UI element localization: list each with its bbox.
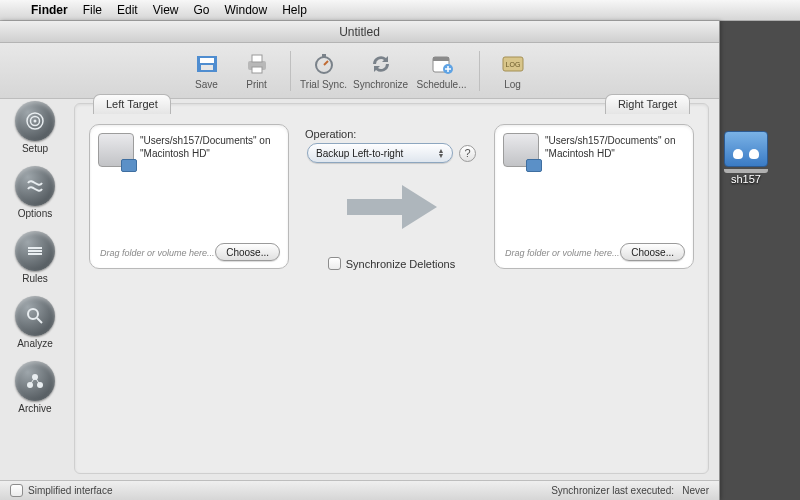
toolbar-schedule-label: Schedule... bbox=[416, 79, 466, 90]
left-target-path: "Users/sh157/Documents" on "Macintosh HD… bbox=[140, 135, 280, 160]
right-target-path: "Users/sh157/Documents" on "Macintosh HD… bbox=[545, 135, 685, 160]
window-title: Untitled bbox=[339, 25, 380, 39]
left-choose-button[interactable]: Choose... bbox=[215, 243, 280, 261]
side-column: Setup Options Rules Analyze bbox=[6, 101, 64, 414]
svg-rect-4 bbox=[322, 54, 326, 57]
side-options-label: Options bbox=[18, 208, 52, 219]
toolbar-synchronize-button[interactable]: Synchronize bbox=[349, 52, 413, 90]
toolbar-log-button[interactable]: LOG Log bbox=[488, 52, 538, 90]
tab-right-target[interactable]: Right Target bbox=[605, 94, 690, 114]
toolbar-schedule-button[interactable]: Schedule... bbox=[413, 52, 471, 90]
left-target-hint: Drag folder or volume here... bbox=[100, 248, 215, 258]
main-panel: Left Target Right Target "Users/sh157/Do… bbox=[74, 103, 709, 474]
app-menu[interactable]: Finder bbox=[31, 3, 68, 17]
toolbar-print-label: Print bbox=[246, 79, 267, 90]
side-analyze-button[interactable]: Analyze bbox=[15, 296, 55, 349]
toolbar-trialsync-button[interactable]: Trial Sync. bbox=[299, 52, 349, 90]
side-archive-button[interactable]: Archive bbox=[15, 361, 55, 414]
side-rules-label: Rules bbox=[22, 273, 48, 284]
menu-edit[interactable]: Edit bbox=[117, 3, 138, 17]
sync-deletions-checkbox[interactable] bbox=[328, 257, 341, 270]
archive-icon bbox=[15, 361, 55, 401]
toolbar-save-label: Save bbox=[195, 79, 218, 90]
side-options-button[interactable]: Options bbox=[15, 166, 55, 219]
last-executed-label: Synchronizer last executed: bbox=[551, 485, 674, 496]
toolbar: Save Print Trial Sync. bbox=[0, 43, 719, 99]
operation-column: Operation: Backup Left-to-right ▲▼ ? Syn… bbox=[301, 128, 482, 270]
side-archive-label: Archive bbox=[18, 403, 51, 414]
svg-text:LOG: LOG bbox=[505, 61, 520, 68]
harddrive-folder-icon bbox=[98, 133, 134, 167]
sync-icon bbox=[367, 52, 395, 76]
right-target-hint: Drag folder or volume here... bbox=[505, 248, 620, 258]
right-choose-button[interactable]: Choose... bbox=[620, 243, 685, 261]
operation-select-value: Backup Left-to-right bbox=[316, 148, 403, 159]
toolbar-synchronize-label: Synchronize bbox=[353, 79, 408, 90]
svg-rect-1 bbox=[252, 55, 262, 62]
direction-arrow-icon bbox=[337, 177, 447, 241]
operation-label: Operation: bbox=[305, 128, 356, 140]
side-setup-button[interactable]: Setup bbox=[15, 101, 55, 154]
toolbar-separator bbox=[479, 51, 480, 91]
sync-deletions-label: Synchronize Deletions bbox=[346, 258, 455, 270]
toolbar-log-label: Log bbox=[504, 79, 521, 90]
save-icon bbox=[193, 52, 221, 76]
toolbar-save-button[interactable]: Save bbox=[182, 52, 232, 90]
tab-left-target[interactable]: Left Target bbox=[93, 94, 171, 114]
right-target-box[interactable]: "Users/sh157/Documents" on "Macintosh HD… bbox=[494, 124, 694, 269]
simplified-interface-checkbox[interactable] bbox=[10, 484, 23, 497]
print-icon bbox=[243, 52, 271, 76]
menu-help[interactable]: Help bbox=[282, 3, 307, 17]
desktop: Untitled Save Print bbox=[0, 21, 800, 500]
toolbar-separator bbox=[290, 51, 291, 91]
toolbar-print-button[interactable]: Print bbox=[232, 52, 282, 90]
stepper-icon: ▲▼ bbox=[434, 148, 448, 158]
rules-icon bbox=[15, 231, 55, 271]
stopwatch-icon bbox=[310, 52, 338, 76]
svg-point-12 bbox=[34, 120, 37, 123]
system-menubar: Finder File Edit View Go Window Help bbox=[0, 0, 800, 21]
svg-rect-6 bbox=[433, 57, 449, 61]
calendar-plus-icon bbox=[428, 52, 456, 76]
menu-file[interactable]: File bbox=[83, 3, 102, 17]
log-icon: LOG bbox=[499, 52, 527, 76]
side-analyze-label: Analyze bbox=[17, 338, 53, 349]
svg-rect-2 bbox=[252, 67, 262, 73]
desktop-share-label: sh157 bbox=[714, 173, 778, 185]
operation-select[interactable]: Backup Left-to-right ▲▼ bbox=[307, 143, 453, 163]
menu-window[interactable]: Window bbox=[225, 3, 268, 17]
status-bar: Simplified interface Synchronizer last e… bbox=[0, 480, 719, 500]
simplified-interface-label: Simplified interface bbox=[28, 485, 112, 496]
side-rules-button[interactable]: Rules bbox=[15, 231, 55, 284]
target-icon bbox=[15, 101, 55, 141]
left-target-box[interactable]: "Users/sh157/Documents" on "Macintosh HD… bbox=[89, 124, 289, 269]
network-volume-icon bbox=[724, 131, 768, 167]
menu-view[interactable]: View bbox=[153, 3, 179, 17]
switch-icon bbox=[15, 166, 55, 206]
app-window: Untitled Save Print bbox=[0, 21, 720, 500]
last-executed-value: Never bbox=[682, 485, 709, 496]
harddrive-folder-icon bbox=[503, 133, 539, 167]
side-setup-label: Setup bbox=[22, 143, 48, 154]
desktop-share-icon[interactable]: sh157 bbox=[714, 131, 778, 185]
magnify-icon bbox=[15, 296, 55, 336]
help-button[interactable]: ? bbox=[459, 145, 476, 162]
menu-go[interactable]: Go bbox=[194, 3, 210, 17]
window-titlebar: Untitled bbox=[0, 21, 719, 43]
svg-point-13 bbox=[28, 309, 38, 319]
toolbar-trialsync-label: Trial Sync. bbox=[300, 79, 347, 90]
